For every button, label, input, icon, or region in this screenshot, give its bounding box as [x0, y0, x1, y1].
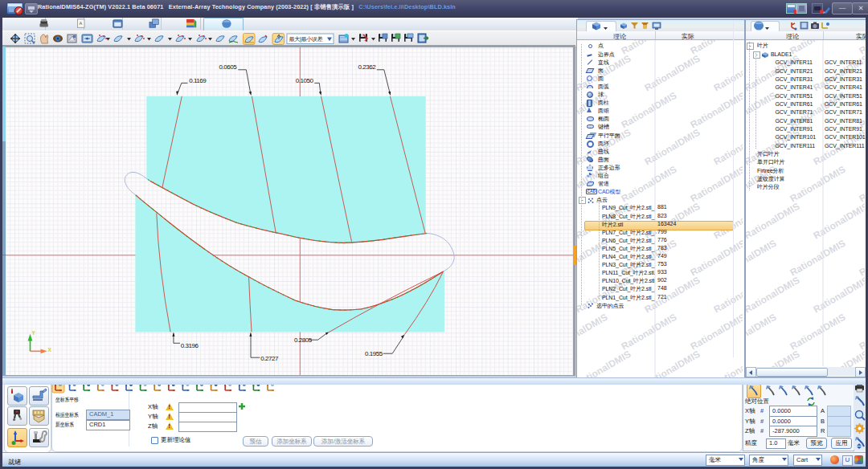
svg-text:0.1050: 0.1050 — [296, 77, 314, 84]
svg-text:RationalDMIS: RationalDMIS — [689, 238, 743, 279]
svg-text:RationalDMIS: RationalDMIS — [620, 90, 679, 131]
svg-text:RationalDMIS: RationalDMIS — [746, 238, 778, 279]
svg-text:RationalDMIS: RationalDMIS — [746, 90, 778, 131]
svg-text:RationalDMIS: RationalDMIS — [577, 349, 633, 377]
svg-text:0.2362: 0.2362 — [358, 63, 376, 71]
svg-text:0.0605: 0.0605 — [219, 63, 238, 71]
svg-text:RationalDMIS: RationalDMIS — [643, 127, 702, 168]
svg-text:RationalDMIS: RationalDMIS — [712, 127, 743, 168]
svg-text:RationalDMIS: RationalDMIS — [788, 164, 848, 205]
svg-text:最大|最小误差: 最大|最小误差 — [289, 36, 323, 43]
svg-text:A: A — [79, 21, 82, 26]
svg-text:RationalDMIS: RationalDMIS — [746, 201, 801, 242]
svg-text:RationalDMIS: RationalDMIS — [812, 201, 866, 242]
svg-text:X: X — [48, 347, 52, 353]
svg-text:RationalDMIS: RationalDMIS — [858, 164, 866, 205]
svg-text:RationalDMIS: RationalDMIS — [689, 90, 743, 131]
svg-text:RationalDMIS: RationalDMIS — [643, 53, 702, 94]
svg-text:RationalDMIS: RationalDMIS — [620, 164, 679, 205]
svg-text:RationalDMIS: RationalDMIS — [689, 164, 743, 205]
svg-text:Y: Y — [32, 330, 36, 336]
svg-text:RationalDMIS: RationalDMIS — [689, 312, 743, 353]
svg-text:RationalDMIS: RationalDMIS — [620, 312, 679, 353]
svg-text:RationalDMIS: RationalDMIS — [712, 349, 743, 377]
svg-text:0.2805: 0.2805 — [294, 336, 313, 344]
svg-text:RationalDMIS: RationalDMIS — [643, 349, 702, 377]
svg-text:RationalDMIS: RationalDMIS — [788, 312, 848, 353]
svg-text:0.2727: 0.2727 — [260, 355, 279, 362]
svg-text:RationalDMIS: RationalDMIS — [577, 312, 609, 353]
svg-text:RationalDMIS: RationalDMIS — [712, 275, 743, 316]
svg-text:RationalDMIS: RationalDMIS — [620, 40, 679, 57]
svg-text:0.3196: 0.3196 — [181, 342, 199, 349]
svg-text:RationalDMIS: RationalDMIS — [858, 238, 866, 279]
svg-text:RationalDMIS: RationalDMIS — [788, 238, 848, 279]
svg-text:RationalDMIS: RationalDMIS — [812, 275, 866, 316]
svg-text:0.1955: 0.1955 — [365, 350, 383, 357]
svg-text:RationalDMIS: RationalDMIS — [858, 312, 866, 353]
svg-text:RationalDMIS: RationalDMIS — [746, 275, 801, 316]
svg-text:RationalDMIS: RationalDMIS — [712, 53, 743, 94]
svg-text:0.1169: 0.1169 — [189, 77, 207, 84]
svg-text:RationalDMIS: RationalDMIS — [746, 312, 778, 353]
